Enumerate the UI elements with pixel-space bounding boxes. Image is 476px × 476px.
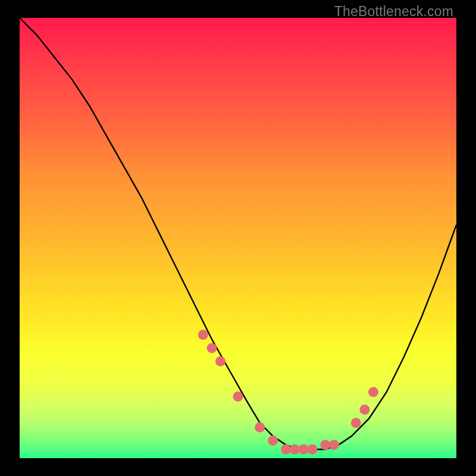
curve-marker	[290, 444, 300, 455]
curve-marker	[299, 444, 309, 455]
watermark-text: TheBottleneck.com	[334, 4, 453, 20]
curve-marker	[320, 440, 330, 450]
curve-marker	[307, 444, 317, 455]
curve-marker	[281, 444, 291, 455]
curve-marker	[233, 392, 243, 402]
chart-frame	[20, 18, 456, 458]
plot-area	[20, 18, 456, 458]
curve-marker	[215, 356, 226, 367]
curve-marker	[329, 440, 339, 450]
curve-marker	[368, 387, 378, 397]
bottleneck-curve	[20, 18, 456, 449]
curve-marker	[255, 422, 265, 433]
curve-marker	[359, 405, 369, 415]
curve-marker	[351, 418, 361, 428]
curve-marker	[268, 436, 278, 446]
chart-svg	[20, 18, 456, 458]
curve-marker	[198, 330, 208, 340]
curve-marker	[207, 343, 217, 353]
